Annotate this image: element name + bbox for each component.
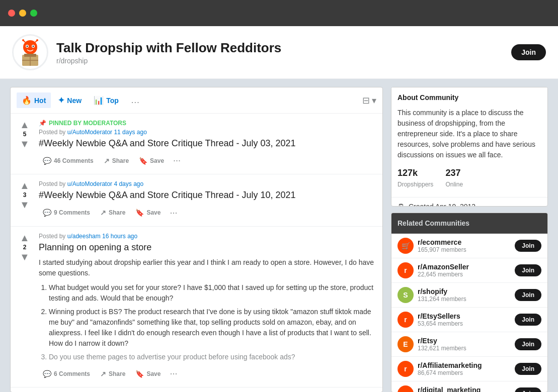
list-item: Er/Etsy132,621 membersJoin <box>391 332 547 357</box>
list-item: Do you use theme pages to advertise your… <box>49 352 374 362</box>
save-button[interactable]: 🔖 Save <box>131 206 165 219</box>
more-options-button[interactable]: ··· <box>167 366 180 381</box>
comments-button[interactable]: 💬 6 Comments <box>39 367 94 380</box>
more-options-button[interactable]: ··· <box>167 206 180 220</box>
join-button[interactable]: Join <box>511 44 546 60</box>
members-label: Dropshippers <box>397 180 433 189</box>
post-title[interactable]: Planning on opening a store <box>39 242 374 253</box>
created-date: 🗓 Created Apr 19, 2012 <box>391 197 547 207</box>
about-card-header: About Community <box>391 87 547 104</box>
sort-bar: 🔥 Hot ✦ New 📊 Top … ⊟ ▾ <box>11 87 382 114</box>
pin-icon: 📌 <box>39 120 46 127</box>
community-members: 131,264 members <box>418 296 511 303</box>
post-actions: 💬 6 Comments ↗ Share 🔖 Save ··· <box>39 366 374 381</box>
community-info: r/AmazonSeller22,645 members <box>418 263 511 278</box>
list-item: rr/EtsySellers53,654 membersJoin <box>391 308 547 332</box>
table-row: ▲ 3 ▼ Posted by u/AutoModerator 4 days a… <box>11 174 382 226</box>
post-author[interactable]: u/AutoModerator <box>67 180 112 187</box>
share-button[interactable]: ↗ Share <box>96 206 129 219</box>
comments-button[interactable]: 💬 46 Comments <box>39 154 98 167</box>
save-button[interactable]: 🔖 Save <box>135 154 168 167</box>
comment-icon: 💬 <box>43 370 51 378</box>
post-time: 16 hours ago <box>102 233 137 240</box>
community-name[interactable]: r/digital_marketing <box>418 386 511 392</box>
feed-column: 🔥 Hot ✦ New 📊 Top … ⊟ ▾ ▲ 5 <box>10 87 383 392</box>
comments-button[interactable]: 💬 9 Comments <box>39 206 94 219</box>
share-button[interactable]: ↗ Share <box>96 367 129 380</box>
community-icon: r <box>397 312 414 328</box>
related-communities-card: Related Communities 🛒r/ecommerce165,907 … <box>391 213 548 392</box>
post-title[interactable]: #Weekly Newbie Q&A and Store Critique Th… <box>39 138 374 149</box>
main-container: 🔥 Hot ✦ New 📊 Top … ⊟ ▾ ▲ 5 <box>0 79 558 392</box>
communities-list: 🛒r/ecommerce165,907 membersJoinrr/Amazon… <box>391 234 547 392</box>
svg-point-6 <box>22 39 24 41</box>
sort-more-button[interactable]: … <box>128 93 143 108</box>
community-name[interactable]: r/ecommerce <box>418 238 511 246</box>
table-row: ▲ 5 ▼ 📌 PINNED BY MODERATORS Posted by u… <box>11 114 382 174</box>
about-community-card: About Community This community is a plac… <box>391 87 548 207</box>
community-join-button[interactable]: Join <box>515 387 541 392</box>
new-icon: ✦ <box>58 95 64 105</box>
community-name[interactable]: r/Affiliatemarketing <box>418 361 511 369</box>
sort-top-button[interactable]: 📊 Top <box>89 92 124 108</box>
community-info: r/shopify131,264 members <box>418 287 511 303</box>
sort-new-button[interactable]: ✦ New <box>53 92 87 108</box>
community-join-button[interactable]: Join <box>515 363 541 375</box>
about-card-body: This community is a place to discuss the… <box>391 104 547 197</box>
list-item: Winning product is BS? The product resea… <box>49 307 374 349</box>
community-name[interactable]: r/AmazonSeller <box>418 263 511 271</box>
community-name[interactable]: r/Etsy <box>418 337 511 345</box>
post-author[interactable]: u/adeesham <box>67 233 101 240</box>
list-item: Sr/shopify131,264 membersJoin <box>391 283 547 308</box>
community-join-button[interactable]: Join <box>515 264 541 276</box>
close-button[interactable] <box>8 10 15 17</box>
chevron-down-icon: ▾ <box>372 95 376 106</box>
members-count: 127k <box>397 166 433 180</box>
layout-icon: ⊟ <box>362 95 370 106</box>
post-author[interactable]: u/AutoModerator <box>67 129 112 136</box>
community-icon: r <box>397 385 414 392</box>
svg-point-8 <box>36 39 38 41</box>
downvote-button[interactable]: ▼ <box>20 200 30 210</box>
community-info: r/EtsySellers53,654 members <box>418 312 511 327</box>
community-icon: S <box>397 287 414 303</box>
subreddit-icon <box>12 34 48 70</box>
community-join-button[interactable]: Join <box>515 314 541 326</box>
post-actions: 💬 9 Comments ↗ Share 🔖 Save ··· <box>39 206 374 220</box>
related-communities-header: Related Communities <box>391 213 547 234</box>
window-chrome <box>0 0 558 26</box>
minimize-button[interactable] <box>19 10 26 17</box>
community-members: 53,654 members <box>418 320 511 327</box>
subreddit-header: Talk Dropship with Fellow Redditors r/dr… <box>0 26 558 79</box>
community-join-button[interactable]: Join <box>515 338 541 350</box>
community-name[interactable]: r/EtsySellers <box>418 312 511 320</box>
post-body-list: What budget would you set for your store… <box>39 282 374 362</box>
sort-hot-button[interactable]: 🔥 Hot <box>17 92 51 108</box>
downvote-button[interactable]: ▼ <box>20 252 30 262</box>
vote-count: 3 <box>23 191 27 199</box>
more-options-button[interactable]: ··· <box>170 153 184 168</box>
community-join-button[interactable]: Join <box>515 240 541 252</box>
post-content: Posted by u/adeesham 16 hours ago Planni… <box>35 231 378 383</box>
post-title[interactable]: #Weekly Newbie Q&A and Store Critique Th… <box>39 189 374 201</box>
community-join-button[interactable]: Join <box>515 289 541 301</box>
save-button[interactable]: 🔖 Save <box>131 367 165 380</box>
save-icon: 🔖 <box>139 157 147 165</box>
online-label: Online <box>445 180 463 189</box>
upvote-button[interactable]: ▲ <box>20 233 30 243</box>
downvote-button[interactable]: ▼ <box>20 139 30 149</box>
community-info: r/Etsy132,621 members <box>418 337 511 352</box>
community-members: 165,907 members <box>418 246 511 253</box>
community-name[interactable]: r/shopify <box>418 287 511 296</box>
list-item: rr/AmazonSeller22,645 membersJoin <box>391 258 547 283</box>
upvote-button[interactable]: ▲ <box>20 180 30 190</box>
share-button[interactable]: ↗ Share <box>100 154 133 167</box>
post-body: I started studying about dropship earlie… <box>39 257 374 362</box>
layout-toggle[interactable]: ⊟ ▾ <box>362 95 376 106</box>
traffic-lights <box>8 10 37 17</box>
hot-icon: 🔥 <box>22 95 32 105</box>
upvote-button[interactable]: ▲ <box>20 120 30 130</box>
share-icon: ↗ <box>104 157 110 165</box>
vote-column: ▲ 3 ▼ <box>15 178 35 222</box>
maximize-button[interactable] <box>30 10 37 17</box>
